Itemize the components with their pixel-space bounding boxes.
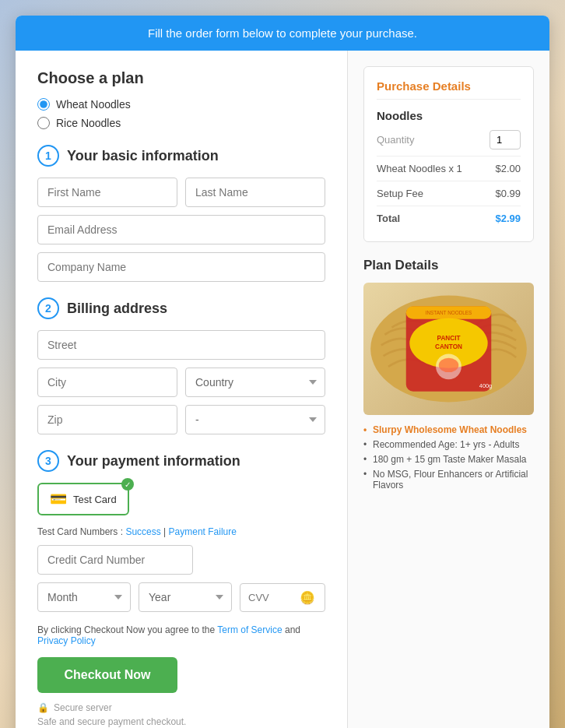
year-select[interactable]: Year 2024 2025 2026 2027 2028: [139, 582, 232, 612]
first-name-input[interactable]: [37, 178, 177, 207]
quantity-input[interactable]: [490, 130, 521, 149]
total-label: Total: [377, 213, 400, 224]
section1-number: 1: [37, 145, 59, 167]
tos-and: and: [285, 624, 300, 635]
noodles-label: Noodles: [377, 109, 521, 122]
plan-label-rice: Rice Noodles: [56, 117, 121, 129]
setup-fee-row: Setup Fee $0.99: [377, 188, 521, 199]
svg-point-6: [439, 358, 459, 372]
plan-bullets: Slurpy Wholesome Wheat Noodles Recommend…: [363, 424, 534, 491]
last-name-input[interactable]: [185, 178, 325, 207]
plan-option-rice[interactable]: Rice Noodles: [37, 117, 325, 129]
plan-radio-wheat[interactable]: [37, 98, 50, 111]
country-select[interactable]: Country United States Canada United King…: [185, 368, 325, 397]
plan-radio-rice[interactable]: [37, 117, 50, 129]
company-input[interactable]: [37, 252, 325, 282]
city-input[interactable]: [37, 368, 177, 397]
line-item-price: $2.00: [495, 163, 521, 174]
section1-header: 1 Your basic information: [37, 145, 325, 167]
success-link[interactable]: Success: [125, 526, 160, 537]
safe-text: Safe and secure payment checkout.: [37, 716, 325, 727]
zip-state-row: - AL AK CA NY TX: [37, 405, 325, 434]
right-panel: Purchase Details Noodles Quantity Wheat …: [348, 51, 549, 728]
section2-number: 2: [37, 297, 59, 319]
month-select[interactable]: Month 01 02 03 04 05 06 07 08 09 10 11 1…: [37, 582, 131, 612]
divider1: [377, 156, 521, 157]
bullet-item: Recommended Age: 1+ yrs - Adults: [363, 439, 534, 450]
content-area: Choose a plan Wheat Noodles Rice Noodles…: [16, 51, 549, 728]
bullet-item: Slurpy Wholesome Wheat Noodles: [363, 424, 534, 435]
svg-text:CANTON: CANTON: [435, 343, 462, 350]
divider3: [377, 206, 521, 206]
section3-header: 3 Your payment information: [37, 450, 325, 472]
svg-text:400g: 400g: [479, 382, 492, 389]
noodle-image: PANCIT CANTON 400g INSTANT NOODLES: [363, 283, 534, 415]
plan-option-wheat[interactable]: Wheat Noodles: [37, 98, 325, 111]
tos-link[interactable]: Term of Service: [217, 624, 282, 635]
email-input[interactable]: [37, 215, 325, 244]
bullet-item: No MSG, Flour Enhancers or Artificial Fl…: [363, 469, 534, 491]
section2-title: Billing address: [67, 301, 167, 317]
cvv-card-icon: 🪙: [300, 590, 315, 605]
test-card-note-label: Test Card Numbers :: [37, 526, 123, 537]
credit-card-wrap: [37, 545, 193, 575]
section2-header: 2 Billing address: [37, 297, 325, 319]
main-container: Fill the order form below to complete yo…: [16, 16, 549, 728]
setup-fee-label: Setup Fee: [377, 188, 423, 199]
checkout-btn-label: Checkout Now: [64, 668, 150, 681]
section3-title: Your payment information: [67, 453, 240, 470]
credit-card-input[interactable]: [37, 545, 193, 575]
section1-title: Your basic information: [67, 148, 219, 164]
secure-label: Secure server: [54, 702, 112, 713]
bullet-item: 180 gm + 15 gm Taste Maker Masala: [363, 454, 534, 465]
plan-label-wheat: Wheat Noodles: [56, 98, 131, 111]
privacy-link[interactable]: Privacy Policy: [37, 635, 96, 646]
total-row: Total $2.99: [377, 213, 521, 224]
tos-text-before: By clicking Checkout Now you agree to th…: [37, 624, 215, 635]
street-row: [37, 330, 325, 360]
top-banner: Fill the order form below to complete yo…: [16, 16, 549, 51]
svg-text:PANCIT: PANCIT: [437, 335, 461, 342]
tos-text: By clicking Checkout Now you agree to th…: [37, 624, 325, 646]
checkout-button[interactable]: Checkout Now: [37, 657, 177, 693]
cvv-input[interactable]: [248, 592, 295, 603]
payment-failure-link[interactable]: Payment Failure: [169, 526, 237, 537]
street-input[interactable]: [37, 330, 325, 360]
state-select[interactable]: - AL AK CA NY TX: [185, 405, 325, 434]
section3-number: 3: [37, 450, 59, 472]
quantity-label: Quantity: [377, 134, 414, 146]
total-price: $2.99: [495, 213, 521, 224]
pipe-separator: |: [163, 526, 166, 537]
line-item-row: Wheat Noodles x 1 $2.00: [377, 163, 521, 174]
city-country-row: Country United States Canada United King…: [37, 368, 325, 397]
cvv-wrap: 🪙: [240, 583, 325, 612]
divider2: [377, 181, 521, 181]
banner-text: Fill the order form below to complete yo…: [148, 26, 417, 40]
card-label: Test Card: [73, 494, 117, 505]
name-row: [37, 178, 325, 207]
test-card-note: Test Card Numbers : Success | Payment Fa…: [37, 526, 325, 537]
choose-plan-title: Choose a plan: [37, 69, 325, 87]
line-item-label: Wheat Noodles x 1: [377, 163, 462, 174]
purchase-details-box: Purchase Details Noodles Quantity Wheat …: [363, 66, 534, 242]
purchase-details-title: Purchase Details: [377, 79, 521, 100]
test-card-button[interactable]: 💳 Test Card ✓: [37, 483, 129, 515]
lock-icon: 🔒: [37, 702, 49, 713]
svg-text:INSTANT NOODLES: INSTANT NOODLES: [426, 310, 472, 315]
company-row: [37, 252, 325, 282]
plan-details-title: Plan Details: [363, 258, 534, 273]
checkmark-badge: ✓: [121, 478, 134, 491]
credit-card-icon: 💳: [50, 491, 67, 508]
expiry-row: Month 01 02 03 04 05 06 07 08 09 10 11 1…: [37, 582, 325, 612]
email-row: [37, 215, 325, 244]
quantity-row: Quantity: [377, 130, 521, 149]
secure-row: 🔒 Secure server: [37, 702, 325, 713]
setup-fee-price: $0.99: [495, 188, 521, 199]
left-panel: Choose a plan Wheat Noodles Rice Noodles…: [16, 51, 348, 728]
zip-input[interactable]: [37, 405, 177, 434]
